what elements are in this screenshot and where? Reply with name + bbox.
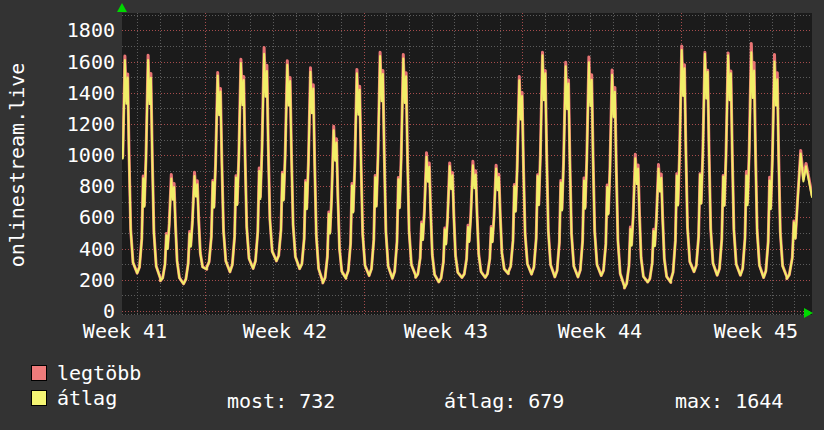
week-label: Week 43 (404, 320, 488, 342)
y-tick-label: 1400 (45, 82, 115, 104)
traffic-graph-panel: onlinestream.live 0200400600800100012001… (0, 0, 824, 430)
x-axis-arrow-icon (804, 308, 813, 318)
y-axis-arrow-icon (117, 3, 127, 12)
stat-average-label: átlag: (444, 389, 516, 413)
y-tick-label: 200 (45, 269, 115, 291)
stat-average: átlag:679 (444, 390, 564, 412)
week-label: Week 45 (714, 320, 798, 342)
y-tick-label: 1200 (45, 113, 115, 135)
legend-swatch-max (31, 365, 47, 381)
stat-current: most:732 (227, 390, 335, 412)
y-axis-title: onlinestream.live (5, 14, 29, 316)
y-tick-label: 1600 (45, 51, 115, 73)
y-tick-label: 1000 (45, 144, 115, 166)
stat-current-value: 732 (299, 389, 335, 413)
week-label: Week 41 (83, 320, 167, 342)
y-tick-label: 400 (45, 238, 115, 260)
stat-max-value: 1644 (735, 389, 783, 413)
stat-current-label: most: (227, 389, 287, 413)
y-tick-label: 1800 (45, 19, 115, 41)
legend-label-max: legtöbb (57, 362, 141, 384)
plot-area (122, 13, 812, 315)
stat-average-value: 679 (528, 389, 564, 413)
week-label: Week 42 (243, 320, 327, 342)
listener-traffic-chart (122, 13, 812, 315)
legend-label-avg: átlag (57, 387, 117, 409)
y-tick-label: 800 (45, 175, 115, 197)
y-tick-label: 600 (45, 206, 115, 228)
week-label: Week 44 (558, 320, 642, 342)
stat-max: max:1644 (675, 390, 783, 412)
legend-swatch-avg (31, 390, 47, 406)
stat-max-label: max: (675, 389, 723, 413)
